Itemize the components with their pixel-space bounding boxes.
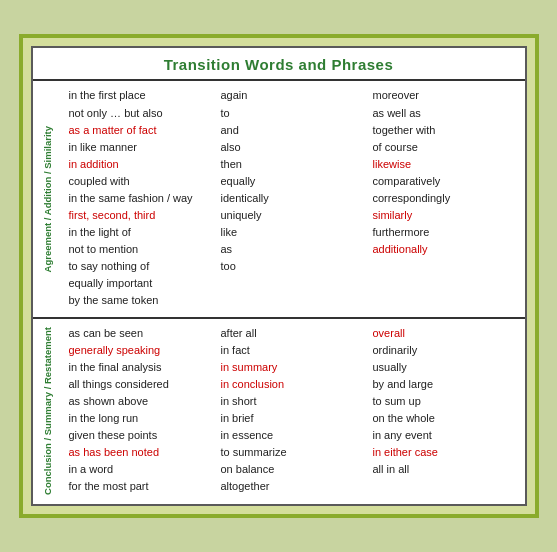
list-item: by the same token xyxy=(69,292,213,309)
list-item: comparatively xyxy=(373,173,517,190)
list-item: by and large xyxy=(373,376,517,393)
list-item: correspondingly xyxy=(373,190,517,207)
list-item: furthermore xyxy=(373,224,517,241)
list-item: also xyxy=(221,139,365,156)
col-2-2: after allin factin summaryin conclusioni… xyxy=(217,325,369,495)
col-1-1: in the first placenot only … but alsoas … xyxy=(67,87,217,309)
list-item: in the light of xyxy=(69,224,213,241)
list-item: after all xyxy=(221,325,365,342)
list-item: as well as xyxy=(373,105,517,122)
list-item: moreover xyxy=(373,87,517,104)
list-item: on balance xyxy=(221,461,365,478)
list-item: overall xyxy=(373,325,517,342)
list-item: in summary xyxy=(221,359,365,376)
list-item: all things considered xyxy=(69,376,213,393)
list-item: identically xyxy=(221,190,365,207)
list-item: in the long run xyxy=(69,410,213,427)
list-item: for the most part xyxy=(69,478,213,495)
list-item: as a matter of fact xyxy=(69,122,213,139)
list-item: given these points xyxy=(69,427,213,444)
list-item: in either case xyxy=(373,444,517,461)
list-item: like xyxy=(221,224,365,241)
list-item: altogether xyxy=(221,478,365,495)
section-label-col-2: Conclusion / Summary / Restatement xyxy=(33,319,63,503)
section-agreement: Agreement / Addition / Similarity in the… xyxy=(33,79,525,317)
list-item: in the final analysis xyxy=(69,359,213,376)
col-1-3: moreoveras well astogether withof course… xyxy=(369,87,521,309)
list-item: on the whole xyxy=(373,410,517,427)
list-item: in addition xyxy=(69,156,213,173)
list-item: equally xyxy=(221,173,365,190)
list-item: to say nothing of xyxy=(69,258,213,275)
section-label-2: Conclusion / Summary / Restatement xyxy=(42,327,53,495)
list-item: similarly xyxy=(373,207,517,224)
list-item: equally important xyxy=(69,275,213,292)
list-item: coupled with xyxy=(69,173,213,190)
list-item: in conclusion xyxy=(221,376,365,393)
list-item: in short xyxy=(221,393,365,410)
list-item: as shown above xyxy=(69,393,213,410)
list-item: to sum up xyxy=(373,393,517,410)
list-item: all in all xyxy=(373,461,517,478)
section-label-1: Agreement / Addition / Similarity xyxy=(42,126,53,272)
list-item: in fact xyxy=(221,342,365,359)
list-item: as has been noted xyxy=(69,444,213,461)
inner-box: Transition Words and Phrases Agreement /… xyxy=(31,46,527,505)
list-item: too xyxy=(221,258,365,275)
list-item: of course xyxy=(373,139,517,156)
col-2-1: as can be seengenerally speakingin the f… xyxy=(67,325,217,495)
list-item: again xyxy=(221,87,365,104)
list-item: to summarize xyxy=(221,444,365,461)
list-item: then xyxy=(221,156,365,173)
list-item: usually xyxy=(373,359,517,376)
list-item: to xyxy=(221,105,365,122)
list-item: as can be seen xyxy=(69,325,213,342)
list-item: likewise xyxy=(373,156,517,173)
list-item: in the first place xyxy=(69,87,213,104)
page-title: Transition Words and Phrases xyxy=(33,48,525,79)
outer-border: Transition Words and Phrases Agreement /… xyxy=(19,34,539,517)
content-area-1: in the first placenot only … but alsoas … xyxy=(63,81,525,317)
content-area-2: as can be seengenerally speakingin the f… xyxy=(63,319,525,503)
list-item: in the same fashion / way xyxy=(69,190,213,207)
list-item: as xyxy=(221,241,365,258)
list-item: in a word xyxy=(69,461,213,478)
list-item: in any event xyxy=(373,427,517,444)
list-item: first, second, third xyxy=(69,207,213,224)
section-label-col-1: Agreement / Addition / Similarity xyxy=(33,81,63,317)
list-item: generally speaking xyxy=(69,342,213,359)
list-item: additionally xyxy=(373,241,517,258)
section-conclusion: Conclusion / Summary / Restatement as ca… xyxy=(33,317,525,503)
col-1-2: againtoandalsothenequallyidenticallyuniq… xyxy=(217,87,369,309)
list-item: not to mention xyxy=(69,241,213,258)
list-item: together with xyxy=(373,122,517,139)
list-item: in brief xyxy=(221,410,365,427)
list-item: ordinarily xyxy=(373,342,517,359)
list-item: not only … but also xyxy=(69,105,213,122)
col-2-3: overallordinarilyusuallyby and largeto s… xyxy=(369,325,521,495)
list-item: and xyxy=(221,122,365,139)
list-item: in like manner xyxy=(69,139,213,156)
list-item: in essence xyxy=(221,427,365,444)
list-item: uniquely xyxy=(221,207,365,224)
